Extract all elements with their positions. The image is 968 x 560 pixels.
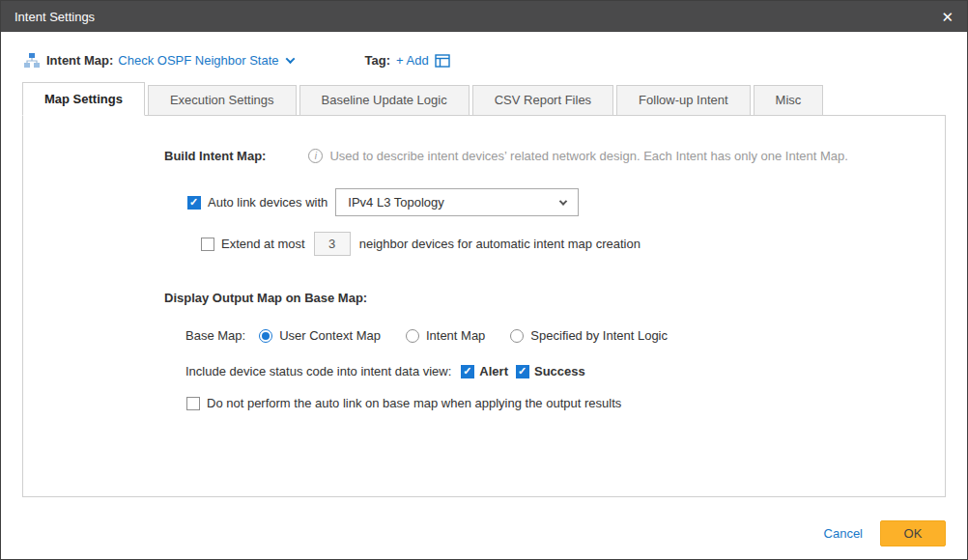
topology-select-value: IPv4 L3 Topology bbox=[348, 195, 444, 210]
auto-link-checkbox[interactable] bbox=[187, 196, 201, 210]
tab-misc[interactable]: Misc bbox=[754, 85, 824, 115]
radio-label: Intent Map bbox=[426, 328, 485, 343]
radio-specified-by-intent-logic[interactable]: Specified by Intent Logic bbox=[510, 328, 668, 343]
dialog-footer: Cancel OK bbox=[824, 520, 946, 546]
success-checkbox[interactable] bbox=[516, 365, 529, 378]
tab-csv-report-files[interactable]: CSV Report Files bbox=[472, 85, 613, 115]
radio-user-context-map[interactable]: User Context Map bbox=[259, 328, 381, 343]
radio-button[interactable] bbox=[510, 329, 524, 343]
extend-label-prefix: Extend at most bbox=[221, 237, 305, 251]
dialog-title: Intent Settings bbox=[14, 10, 95, 24]
intent-map-row: Intent Map: Check OSPF Neighbor State Ta… bbox=[1, 32, 967, 85]
tab-map-settings[interactable]: Map Settings bbox=[22, 82, 145, 116]
intent-settings-dialog: Intent Settings ✕ Intent Map: Check OSPF… bbox=[0, 0, 968, 560]
radio-button[interactable] bbox=[406, 329, 419, 343]
map-settings-panel: Build Intent Map: i Used to describe int… bbox=[22, 115, 946, 497]
success-label: Success bbox=[534, 364, 585, 378]
alert-checkbox[interactable] bbox=[461, 365, 474, 378]
topology-select[interactable]: IPv4 L3 Topology bbox=[335, 188, 579, 216]
no-auto-link-row: Do not perform the auto link on base map… bbox=[186, 396, 945, 410]
intent-map-icon bbox=[24, 53, 40, 68]
radio-label: Specified by Intent Logic bbox=[530, 328, 668, 343]
dialog-titlebar: Intent Settings ✕ bbox=[1, 1, 967, 32]
tag-label: Tag: bbox=[365, 53, 390, 68]
extend-count-input[interactable] bbox=[314, 232, 351, 256]
tab-baseline-update-logic[interactable]: Baseline Update Logic bbox=[299, 85, 470, 115]
display-output-row: Display Output Map on Base Map: bbox=[164, 291, 945, 305]
no-auto-link-label: Do not perform the auto link on base map… bbox=[207, 396, 621, 410]
settings-tabs: Map Settings Execution Settings Baseline… bbox=[22, 85, 946, 115]
extend-checkbox[interactable] bbox=[201, 238, 214, 251]
tab-execution-settings[interactable]: Execution Settings bbox=[148, 85, 297, 115]
build-intent-map-row: Build Intent Map: i Used to describe int… bbox=[164, 149, 945, 163]
radio-label: User Context Map bbox=[279, 328, 381, 343]
chevron-down-icon bbox=[559, 197, 567, 205]
base-map-label: Base Map: bbox=[185, 328, 245, 343]
base-map-row: Base Map: User Context Map Intent Map Sp… bbox=[185, 328, 945, 343]
ok-button[interactable]: OK bbox=[880, 520, 946, 546]
radio-intent-map[interactable]: Intent Map bbox=[406, 328, 485, 343]
auto-link-row: Auto link devices with IPv4 L3 Topology bbox=[187, 188, 945, 216]
tab-follow-up-intent[interactable]: Follow-up Intent bbox=[616, 85, 751, 115]
build-intent-map-hint: Used to describe intent devices’ related… bbox=[329, 149, 847, 163]
radio-button[interactable] bbox=[259, 329, 272, 343]
build-intent-map-label: Build Intent Map: bbox=[164, 149, 266, 163]
display-output-label: Display Output Map on Base Map: bbox=[164, 291, 367, 305]
intent-map-label: Intent Map: bbox=[46, 53, 113, 68]
extend-label-suffix: neighbor devices for automatic intent ma… bbox=[359, 237, 641, 251]
alert-label: Alert bbox=[479, 364, 508, 378]
info-icon: i bbox=[308, 149, 323, 163]
chevron-down-icon[interactable] bbox=[285, 54, 295, 64]
no-auto-link-checkbox[interactable] bbox=[186, 397, 200, 410]
intent-map-selector[interactable]: Check OSPF Neighbor State bbox=[118, 53, 278, 68]
status-code-row: Include device status code into intent d… bbox=[185, 364, 945, 378]
auto-link-label: Auto link devices with bbox=[208, 195, 327, 210]
tag-list-icon[interactable] bbox=[435, 54, 450, 68]
close-icon[interactable]: ✕ bbox=[941, 10, 954, 24]
success-checkbox-item[interactable]: Success bbox=[516, 364, 585, 378]
add-tag-link[interactable]: + Add bbox=[396, 53, 429, 68]
status-code-label: Include device status code into intent d… bbox=[185, 364, 451, 378]
alert-checkbox-item[interactable]: Alert bbox=[461, 364, 508, 378]
cancel-button[interactable]: Cancel bbox=[824, 526, 863, 541]
extend-row: Extend at most neighbor devices for auto… bbox=[201, 232, 945, 256]
